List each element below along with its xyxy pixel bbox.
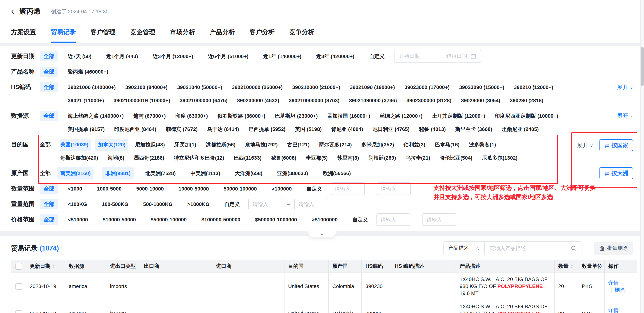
filter-option[interactable]: 秘鲁 (4013) [419,124,446,135]
tab[interactable]: 产品分析 [210,23,235,43]
country-option[interactable]: 哥伦比亚(504) [440,152,472,163]
country-option[interactable]: 伯利兹(3) [404,139,425,150]
product-description-search-input[interactable] [489,245,571,252]
continent-option[interactable]: 非洲(9881) [102,167,134,180]
scrollbar-thumb[interactable] [641,47,644,86]
filter-all-chip[interactable]: 全部 [40,214,58,225]
filter-option[interactable]: 土耳其定制版 (12000+) [432,110,485,121]
filter-by-continent-button[interactable]: ⇄ 按大洲 [600,167,633,179]
filter-option[interactable]: 印度 (63000+) [175,110,208,121]
filter-option[interactable]: 390230 (2818) [510,95,543,106]
filter-all-option[interactable]: 全部 [40,139,51,150]
quantity-max-input[interactable] [377,182,410,195]
tab[interactable]: 方案设置 [11,23,36,43]
filter-option[interactable]: >100000 [272,183,292,194]
filter-option[interactable]: 39021090 (19000+) [350,82,395,93]
filter-option[interactable]: 海上丝绸之路 (140000+) [68,110,124,121]
filter-option[interactable]: 自定义 [352,214,368,225]
filter-all-chip[interactable]: 全部 [40,199,58,209]
filter-option[interactable]: 100-500KG [102,199,128,210]
filter-option[interactable]: 5000-10000 [136,183,164,194]
filter-option[interactable]: <100KG [68,199,87,210]
filter-option[interactable]: 越南 (67000+) [133,110,166,121]
filter-option[interactable]: 印度尼西亚 (8464) [114,124,156,135]
country-option[interactable]: 厄瓜多尔(1302) [482,152,518,163]
expand-destination-button[interactable]: 展开 ∨ [577,140,593,151]
filter-all-option[interactable]: 全部 [40,168,51,179]
continent-option[interactable]: 北美洲(7528) [145,168,176,179]
quantity-min-input[interactable] [331,182,365,195]
batch-delete-button[interactable]: 批量删除 [594,242,633,255]
filter-option[interactable]: 肯尼亚 (4804) [331,124,363,135]
filter-all-chip[interactable]: 全部 [40,67,58,77]
filter-option[interactable]: 乌干达 (6414) [207,124,239,135]
country-option[interactable]: 多米尼加(352) [362,139,394,150]
expand-data-source-button[interactable]: 展开 ∨ [617,110,633,121]
country-option[interactable]: 海地(8) [108,152,124,163]
tab[interactable]: 竞企管理 [130,23,155,43]
country-option[interactable]: 波多黎各(1) [469,139,496,150]
sort-icon[interactable]: ▲▼ [52,264,55,269]
filter-option[interactable]: 英国 (5198) [295,124,322,135]
date-range-picker[interactable]: 开始日期 → 结束日期 [394,50,481,62]
filter-option[interactable]: 39021000000 (6475) [180,95,228,106]
filter-option[interactable]: 菲律宾 (7672) [166,124,198,135]
filter-by-country-button[interactable]: ⇄ 按国家 [600,139,633,151]
weight-min-input[interactable] [248,198,282,210]
filter-option[interactable]: 39029000 (3054) [461,95,500,106]
filter-option[interactable]: 近3年 (420000+) [316,51,354,62]
row-action-link[interactable]: 详情 [608,280,618,286]
back-icon[interactable]: ‹ [11,6,14,16]
search-icon[interactable] [571,245,577,251]
country-option[interactable]: 哥斯达黎加(420) [60,152,98,163]
filter-option[interactable]: 3902300000 (3128) [406,95,451,106]
column-header[interactable]: 数量▲▼ [554,260,578,273]
filter-option[interactable]: 3902100000 (26000+) [232,82,282,93]
country-option[interactable]: 巴西(11633) [234,152,262,163]
filter-option[interactable]: $100000-500000 [202,214,240,225]
country-option[interactable]: 危地马拉(792) [245,139,278,150]
country-option[interactable]: 牙买加(1) [174,139,196,150]
filter-option[interactable]: 50000-100000 [224,183,257,194]
filter-option[interactable]: 39021000 (140000+) [68,82,116,93]
filter-option[interactable]: 斯里兰卡 (3668) [455,124,492,135]
country-option[interactable]: 尼加拉瓜(48) [135,139,165,150]
select-all-checkbox[interactable] [15,263,22,270]
filter-option[interactable]: 39021090000 (3736) [349,95,397,106]
country-option[interactable]: 乌拉圭(21) [406,152,430,163]
country-option[interactable]: 秘鲁(6008) [271,152,296,163]
filter-option[interactable]: 390230000 (4632) [237,95,279,106]
row-checkbox[interactable] [15,283,22,290]
country-option[interactable]: 巴拿马(16) [435,139,460,150]
filter-option[interactable]: 1000-5000 [97,183,122,194]
filter-option[interactable]: <$10000 [68,214,88,225]
filter-option[interactable]: $10000-50000 [103,214,136,225]
filter-option[interactable]: 39021040 (50000+) [177,82,222,93]
filter-option[interactable]: 坦桑尼亚 (2405) [502,124,539,135]
filter-option[interactable]: 3902100 (84000+) [125,82,168,93]
description-type-select[interactable]: 产品描述 ∨ [444,242,485,255]
filter-option[interactable]: 500-1000KG [143,199,172,210]
tab[interactable]: 竞争分析 [289,23,314,43]
country-option[interactable]: 圭亚那(5) [306,152,328,163]
filter-option[interactable]: 自定义 [224,199,240,210]
filter-option[interactable]: >1000KG [187,199,210,210]
continent-option[interactable]: 南美洲(2160) [58,167,94,180]
tab[interactable]: 客户分析 [250,23,274,43]
filter-option[interactable]: 巴基斯坦 (23000+) [275,110,318,121]
country-option[interactable]: 阿根廷(289) [368,152,396,163]
country-option[interactable]: 加拿大(120) [95,139,128,151]
continent-option[interactable]: 中美洲(1113) [190,168,220,179]
filter-option[interactable]: 近1个月 (443) [106,51,138,62]
tab[interactable]: 市场分析 [170,23,195,43]
filter-option[interactable]: 近1年 (140000+) [263,51,302,62]
filter-option[interactable]: 39023000 (17000+) [404,82,450,93]
row-action-link[interactable]: 详情 [608,307,618,313]
filter-option[interactable]: 聚丙烯 (460000+) [68,66,108,77]
filter-option[interactable]: 近3个月 (12000+) [153,51,193,62]
collapse-filters-button[interactable]: ∧ [308,231,336,237]
filter-option[interactable]: >$1000000 [312,214,338,225]
price-max-input[interactable] [423,213,456,226]
filter-option[interactable]: 390210 (12000+) [514,82,553,93]
filter-option[interactable]: 孟加拉国 (16000+) [327,110,370,121]
